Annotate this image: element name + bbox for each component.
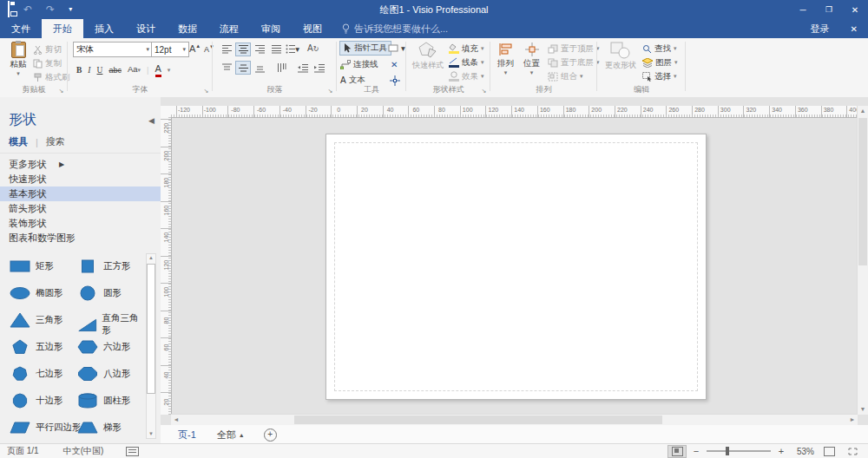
font-family-combo[interactable]: 宋体▾ bbox=[73, 42, 153, 57]
scroll-up-icon[interactable]: ▲ bbox=[147, 254, 155, 262]
align-bottom-icon[interactable] bbox=[253, 62, 266, 74]
select-button[interactable]: 选择▾ bbox=[642, 69, 678, 83]
stencil-装饰形状[interactable]: 装饰形状 bbox=[0, 216, 161, 231]
layers-button[interactable]: 图层▾ bbox=[642, 56, 678, 69]
align-right-icon[interactable] bbox=[253, 43, 266, 56]
fullscreen-button[interactable] bbox=[844, 446, 861, 457]
justify-icon[interactable] bbox=[269, 43, 283, 56]
close-document-icon[interactable]: ✕ bbox=[840, 19, 868, 38]
effects-button[interactable]: 效果▾ bbox=[449, 69, 484, 83]
undo-icon[interactable]: ↶ bbox=[23, 0, 32, 19]
shape-五边形[interactable]: 五边形 bbox=[9, 339, 63, 355]
underline-button[interactable]: U bbox=[97, 64, 103, 76]
shape-矩形[interactable]: 矩形 bbox=[9, 258, 54, 274]
position-button[interactable]: 位置 ▾ bbox=[520, 42, 543, 75]
shape-七边形[interactable]: 七边形 bbox=[9, 366, 63, 382]
rectangle-tool-button[interactable]: ▾ bbox=[388, 42, 405, 55]
copy-button[interactable]: 复制 bbox=[33, 56, 70, 70]
font-color-button[interactable]: A bbox=[155, 62, 161, 77]
shape-椭圆形[interactable]: 椭圆形 bbox=[9, 285, 63, 301]
fill-button[interactable]: 填充▾ bbox=[449, 42, 484, 56]
shape-直角三角形[interactable]: 直角三角形 bbox=[76, 312, 145, 337]
restore-button[interactable]: ❐ bbox=[816, 0, 842, 19]
scroll-up-icon[interactable]: ▲ bbox=[858, 106, 868, 116]
tab-设计[interactable]: 设计 bbox=[125, 19, 167, 38]
shape-三角形[interactable]: 三角形 bbox=[9, 312, 63, 328]
shape-平行四边形[interactable]: 平行四边形 bbox=[9, 420, 82, 435]
input-method-icon[interactable] bbox=[126, 447, 139, 456]
tab-file[interactable]: 文件 bbox=[0, 19, 42, 38]
font-dialog-launcher[interactable]: ↘ bbox=[202, 87, 210, 95]
drawing-area[interactable] bbox=[171, 117, 858, 415]
scroll-right-icon[interactable]: ► bbox=[847, 415, 858, 425]
group-button[interactable]: 组合▾ bbox=[548, 69, 600, 83]
font-size-combo[interactable]: 12pt▾ bbox=[151, 42, 189, 57]
save-icon[interactable] bbox=[8, 2, 10, 17]
connector-tool-button[interactable]: 连接线 bbox=[340, 58, 378, 71]
sign-in-button[interactable]: 登录 bbox=[800, 19, 840, 38]
italic-button[interactable]: I bbox=[88, 64, 90, 76]
horizontal-scrollbar[interactable]: ◄ ► bbox=[171, 414, 858, 425]
connection-point-tool-icon[interactable]: ✕ bbox=[391, 58, 398, 71]
page-indicator[interactable]: 页面 1/1 bbox=[7, 445, 39, 457]
change-shape-button[interactable]: 更改形状 bbox=[602, 42, 639, 71]
stencil-快速形状[interactable]: 快速形状 bbox=[0, 172, 161, 186]
bring-to-front-button[interactable]: 置于顶层▾ bbox=[548, 42, 600, 56]
change-case-button[interactable]: Aa▾ bbox=[128, 63, 141, 76]
normal-view-button[interactable] bbox=[668, 446, 686, 457]
zoom-slider[interactable] bbox=[707, 450, 771, 452]
align-button[interactable]: 排列 ▾ bbox=[494, 42, 517, 75]
bold-button[interactable]: B bbox=[76, 64, 82, 76]
format-painter-button[interactable]: 格式刷 bbox=[33, 70, 70, 84]
redo-icon[interactable]: ↷ bbox=[46, 0, 55, 19]
line-button[interactable]: 线条▾ bbox=[449, 56, 484, 69]
stencil-箭头形状[interactable]: 箭头形状 bbox=[0, 201, 161, 216]
scroll-down-icon[interactable]: ▼ bbox=[147, 430, 155, 438]
strikethrough-button[interactable]: abc bbox=[108, 64, 122, 76]
shape-梯形[interactable]: 梯形 bbox=[76, 420, 122, 435]
shape-正方形[interactable]: 正方形 bbox=[76, 258, 131, 274]
stencil-更多形状[interactable]: 更多形状▶ bbox=[0, 157, 161, 172]
paste-button[interactable]: 粘贴 ▾ bbox=[5, 42, 31, 75]
shape-圆形[interactable]: 圆形 bbox=[76, 285, 122, 301]
minimize-button[interactable]: ─ bbox=[790, 0, 816, 19]
send-to-back-button[interactable]: 置于底层▾ bbox=[548, 56, 600, 69]
paragraph-dialog-launcher[interactable]: ↘ bbox=[326, 87, 334, 95]
text-direction-icon[interactable] bbox=[274, 62, 288, 74]
quick-styles-button[interactable]: 快速样式 bbox=[411, 42, 445, 71]
align-top-icon[interactable] bbox=[220, 62, 233, 74]
drawing-page[interactable] bbox=[326, 134, 707, 400]
tab-search[interactable]: 搜索 bbox=[46, 135, 65, 148]
stencil-基本形状[interactable]: 基本形状 bbox=[0, 186, 161, 201]
stencil-图表和数学图形[interactable]: 图表和数学图形 bbox=[0, 231, 161, 245]
zoom-slider-thumb[interactable] bbox=[726, 447, 729, 455]
all-pages-button[interactable]: 全部▲ bbox=[217, 429, 245, 442]
pointer-tool-button[interactable]: 指针工具 bbox=[340, 42, 391, 55]
vertical-scrollbar[interactable]: ▲ ▼ bbox=[857, 106, 868, 415]
shapes-scrollbar[interactable]: ▲ ▼ bbox=[146, 253, 156, 439]
language-indicator[interactable]: 中文(中国) bbox=[63, 445, 104, 457]
align-center-icon[interactable] bbox=[236, 43, 250, 56]
rotate-text-icon[interactable]: A↻ bbox=[307, 43, 319, 56]
tab-审阅[interactable]: 审阅 bbox=[250, 19, 292, 38]
zoom-out-button[interactable]: − bbox=[692, 446, 700, 456]
tab-数据[interactable]: 数据 bbox=[167, 19, 208, 38]
fit-page-button[interactable] bbox=[820, 446, 838, 457]
zoom-in-button[interactable]: + bbox=[777, 446, 786, 456]
bullets-icon[interactable]: ▾ bbox=[286, 43, 299, 56]
shape-styles-dialog-launcher[interactable]: ↘ bbox=[480, 87, 488, 95]
tab-插入[interactable]: 插入 bbox=[83, 19, 125, 38]
shape-八边形[interactable]: 八边形 bbox=[76, 366, 131, 382]
page-tab-1[interactable]: 页-1 bbox=[173, 429, 201, 442]
align-middle-icon[interactable] bbox=[236, 62, 250, 74]
decrease-indent-icon[interactable] bbox=[296, 62, 310, 74]
increase-indent-icon[interactable] bbox=[312, 62, 326, 74]
tab-stencils[interactable]: 模具 bbox=[9, 135, 28, 148]
shape-十边形[interactable]: 十边形 bbox=[9, 393, 63, 409]
collapse-panel-icon[interactable]: ◀ bbox=[148, 116, 155, 125]
scroll-thumb[interactable] bbox=[147, 264, 155, 394]
customize-qat-icon[interactable]: ▾ bbox=[69, 0, 72, 19]
clipboard-dialog-launcher[interactable]: ↘ bbox=[57, 87, 65, 95]
grow-font-button[interactable]: A▲ bbox=[189, 43, 201, 54]
cut-button[interactable]: 剪切 bbox=[33, 43, 70, 56]
